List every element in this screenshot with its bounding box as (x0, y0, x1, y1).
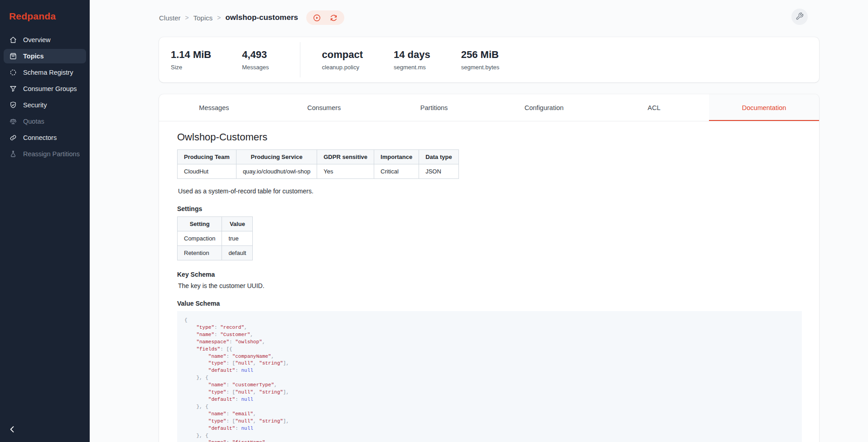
redpanda-logo[interactable]: Redpanda (9, 11, 90, 22)
code-line: { (184, 317, 795, 324)
code-line: }, { (184, 432, 795, 440)
breadcrumb-link-topics[interactable]: Topics (193, 14, 213, 22)
play-circle-icon (313, 17, 321, 24)
consumer-groups-icon (9, 85, 17, 93)
column-header-setting: Setting (178, 217, 222, 231)
code-line: "name": "email", (184, 411, 795, 418)
value-schema-heading: Value Schema (177, 300, 802, 307)
breadcrumb-separator: > (217, 14, 221, 21)
code-line: "default": null (184, 396, 795, 404)
sidebar-item-label: Connectors (23, 134, 57, 141)
stat-value: 14 days (394, 49, 430, 61)
code-line: "type": ["null", "string"], (184, 418, 795, 425)
stat-size: 1.14 MiBSize (171, 49, 211, 71)
topics-icon (9, 52, 17, 60)
key-schema-text: The key is the customer UUID. (178, 282, 802, 289)
wrench-icon (796, 12, 804, 22)
code-line: }, { (184, 375, 795, 382)
column-header-data-type: Data type (419, 150, 459, 164)
tab-acl[interactable]: ACL (599, 94, 709, 121)
code-line: "fields": [{ (184, 346, 795, 353)
table-cell: quay.io/cloudhut/owl-shop (236, 164, 317, 179)
stat-label: segment.ms (394, 64, 430, 71)
stat-segment-ms: 14 dayssegment.ms (394, 49, 430, 71)
code-line: "name": "Customer", (184, 332, 795, 339)
refresh-button[interactable] (329, 14, 338, 22)
code-line: "type": ["null", "string"], (184, 360, 795, 367)
topic-actions-pill (306, 10, 344, 25)
code-line: "name": "firstName", (184, 439, 795, 442)
sidebar-item-overview[interactable]: Overview (4, 33, 86, 47)
column-header-value: Value (222, 217, 253, 231)
tab-documentation[interactable]: Documentation (709, 94, 819, 121)
sidebar-item-label: Overview (23, 36, 50, 43)
column-header-importance: Importance (374, 150, 419, 164)
tab-consumers[interactable]: Consumers (269, 94, 379, 121)
breadcrumb-current-topic: owlshop-customers (225, 13, 298, 22)
stat-label: cleanup.policy (322, 64, 363, 71)
settings-heading: Settings (177, 205, 802, 212)
sidebar-item-consumer-groups[interactable]: Consumer Groups (4, 82, 86, 96)
sidebar-item-connectors[interactable]: Connectors (4, 130, 86, 145)
topic-detail-card: MessagesConsumersPartitionsConfiguration… (159, 94, 819, 442)
stat-label: Messages (242, 64, 269, 71)
table-header-row: Producing TeamProducing ServiceGDPR sens… (178, 150, 459, 164)
table-cell: CloudHut (178, 164, 236, 179)
sidebar-item-security[interactable]: Security (4, 98, 86, 112)
stat-value: compact (322, 49, 363, 61)
column-header-producing-service: Producing Service (236, 150, 317, 164)
sidebar-item-label: Reassign Partitions (23, 150, 80, 158)
chevron-left-icon (8, 428, 17, 435)
breadcrumb-link-cluster[interactable]: Cluster (159, 14, 181, 22)
stat-value: 4,493 (242, 49, 269, 61)
connectors-icon (9, 134, 17, 142)
stats-divider (300, 42, 300, 77)
sidebar: Redpanda OverviewTopicsSchema RegistryCo… (0, 0, 90, 442)
breadcrumb: Cluster>Topics>owlshop-customers (159, 13, 298, 22)
sidebar-item-label: Consumer Groups (23, 85, 77, 92)
tab-partitions[interactable]: Partitions (379, 94, 489, 121)
quotas-icon (9, 117, 17, 125)
sidebar-item-label: Security (23, 101, 47, 109)
code-line: "name": "companyName", (184, 353, 795, 360)
table-cell: Critical (374, 164, 419, 179)
stat-label: Size (171, 64, 211, 71)
sidebar-item-schema-registry[interactable]: Schema Registry (4, 65, 86, 80)
topic-tabs: MessagesConsumersPartitionsConfiguration… (159, 94, 819, 121)
key-schema-heading: Key Schema (177, 271, 802, 278)
home-icon (9, 36, 17, 44)
column-header-gdpr-sensitive: GDPR sensitive (317, 150, 374, 164)
documentation-panel: Owlshop-Customers Producing TeamProducin… (159, 121, 819, 442)
doc-title: Owlshop-Customers (177, 131, 802, 143)
producing-info-row: CloudHutquay.io/cloudhut/owl-shopYesCrit… (178, 164, 459, 179)
preferences-button[interactable] (791, 9, 808, 25)
code-line: }, { (184, 404, 795, 411)
table-cell: Compaction (178, 231, 222, 246)
sidebar-item-quotas: Quotas (4, 114, 86, 129)
code-line: "namespace": "owlshop", (184, 339, 795, 346)
breadcrumb-separator: > (185, 14, 189, 21)
code-line: "type": "record", (184, 324, 795, 332)
stat-value: 256 MiB (461, 49, 500, 61)
table-cell: JSON (419, 164, 459, 179)
main-content: Cluster>Topics>owlshop-customers 1.14 Mi… (159, 0, 819, 442)
code-line: "default": null (184, 425, 795, 432)
value-schema-code: { "type": "record", "name": "Customer", … (177, 311, 802, 442)
stat-value: 1.14 MiB (171, 49, 211, 61)
tab-messages[interactable]: Messages (159, 94, 269, 121)
sidebar-item-topics[interactable]: Topics (4, 49, 86, 63)
table-header-row: SettingValue (178, 217, 253, 231)
table-cell: Retention (178, 246, 222, 260)
sidebar-collapse-button[interactable] (5, 423, 19, 437)
tab-configuration[interactable]: Configuration (489, 94, 599, 121)
sidebar-item-reassign-partitions: Reassign Partitions (4, 147, 86, 161)
stat-segment-bytes: 256 MiBsegment.bytes (461, 49, 500, 71)
stat-cleanup-policy: compactcleanup.policy (322, 49, 363, 71)
code-line: "type": ["null", "string"], (184, 389, 795, 396)
table-cell: default (222, 246, 253, 260)
table-cell: true (222, 231, 253, 246)
code-line: "default": null (184, 367, 795, 375)
sidebar-item-label: Schema Registry (23, 69, 73, 76)
produce-record-button[interactable] (313, 14, 321, 22)
code-line: "name": "customerType", (184, 382, 795, 389)
